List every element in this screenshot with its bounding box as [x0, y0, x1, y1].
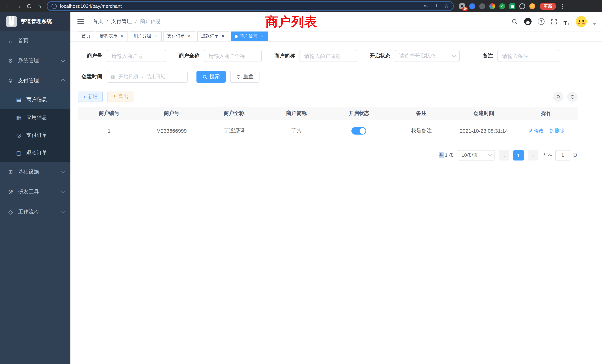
extension-knot-icon[interactable] — [519, 3, 525, 9]
close-icon[interactable]: × — [259, 34, 264, 39]
forward-button[interactable]: → — [13, 1, 24, 11]
extension-colorful-icon[interactable] — [489, 3, 495, 9]
site-info-icon[interactable]: i — [52, 3, 57, 9]
reset-button-label: 重置 — [243, 73, 254, 80]
extension-check-icon[interactable]: ✓ — [499, 3, 505, 9]
sidebar-item-home[interactable]: ⌂ 首页 — [0, 31, 70, 51]
sidebar-item-label: 商户信息 — [26, 96, 70, 103]
main-area: 首页 / 支付管理 / 商户信息 ? TT — [70, 12, 602, 364]
close-icon[interactable]: × — [221, 34, 225, 39]
chevron-down-icon[interactable] — [593, 23, 596, 25]
sidebar-item-label: 支付管理 — [18, 77, 57, 84]
total-count: 共 1 条 — [439, 152, 454, 159]
sidebar-item-payment[interactable]: ¥ 支付管理 — [0, 71, 70, 91]
browser-menu-icon[interactable]: ⋮ — [560, 3, 565, 10]
reload-icon — [26, 3, 32, 9]
user-avatar[interactable] — [576, 16, 587, 27]
question-mark: ? — [538, 18, 545, 25]
close-icon[interactable]: × — [187, 34, 192, 39]
github-icon[interactable] — [524, 17, 532, 26]
help-icon[interactable]: ? — [538, 17, 545, 26]
edit-link[interactable]: 修改 — [528, 127, 544, 134]
cell-short-name: 芋艿 — [265, 120, 328, 142]
date-separator: - — [141, 74, 143, 79]
browser-toolbar: ← → ⌂ i localhost:1024/pay/merchant ☆ 10… — [0, 0, 602, 12]
short-name-input[interactable] — [300, 50, 357, 62]
profile-avatar[interactable] — [529, 3, 535, 9]
status-toggle[interactable] — [352, 127, 366, 134]
update-button[interactable]: 更新 — [540, 2, 556, 10]
delete-link[interactable]: 删除 — [549, 127, 565, 134]
active-dot — [235, 35, 238, 38]
top-navbar: 首页 / 支付管理 / 商户信息 ? TT — [70, 12, 602, 31]
close-icon[interactable]: × — [119, 34, 124, 39]
home-button[interactable]: ⌂ — [34, 1, 44, 11]
page-1-button[interactable]: 1 — [513, 150, 524, 160]
date-range-picker[interactable]: ▦ 开始日期 - 结束日期 — [107, 71, 188, 83]
trash-icon — [549, 128, 553, 133]
cell-remark: 我是备注 — [390, 120, 453, 142]
share-icon[interactable] — [433, 3, 439, 9]
address-bar[interactable]: i localhost:1024/pay/merchant ☆ — [47, 1, 454, 11]
sidebar-item-refund-orders[interactable]: ▢ 退款订单 — [0, 144, 70, 162]
remark-input[interactable] — [497, 50, 559, 62]
back-button[interactable]: ← — [3, 1, 13, 11]
tab-merchant-info[interactable]: 商户信息 × — [231, 31, 268, 41]
extension-blue-icon[interactable] — [469, 3, 475, 9]
bookmark-star-icon[interactable]: ☆ — [444, 3, 449, 9]
prev-page-button[interactable]: ‹ — [499, 150, 509, 160]
page-size-select[interactable]: 10条/页 — [458, 150, 495, 160]
sidebar-item-infrastructure[interactable]: ⊞ 基础设施 — [0, 162, 70, 182]
merchant-no-input[interactable] — [107, 50, 166, 62]
tab-process-form[interactable]: 流程表单 × — [96, 31, 128, 41]
total-prefix: 共 — [439, 152, 443, 158]
tab-user-group[interactable]: 用户分组 × — [130, 31, 162, 41]
status-select[interactable]: 请选择开启状态 — [395, 50, 460, 62]
extension-gray-icon[interactable] — [479, 3, 485, 9]
navbar-actions: ? TT — [512, 16, 596, 27]
dashboard-icon: ⌂ — [7, 38, 14, 44]
end-date-placeholder: 结束日期 — [146, 73, 165, 80]
chevron-up-icon — [61, 78, 65, 82]
sidebar-item-merchant-info[interactable]: ▤ 商户信息 — [0, 91, 70, 109]
target-icon: ◎ — [16, 132, 22, 139]
tab-pay-orders[interactable]: 支付订单 × — [163, 31, 195, 41]
tab-home[interactable]: 首页 — [78, 31, 94, 41]
cell-full-name: 芋道源码 — [203, 120, 265, 142]
font-size-large: T — [563, 20, 567, 26]
add-button[interactable]: + 新增 — [78, 92, 103, 102]
extension-sheets-icon[interactable] — [509, 3, 515, 9]
refresh-table-button[interactable] — [567, 92, 578, 102]
search-button[interactable]: 搜索 — [196, 71, 226, 83]
fullscreen-icon[interactable] — [551, 17, 557, 26]
font-size-icon[interactable]: TT — [563, 17, 569, 26]
col-remark: 备注 — [390, 107, 453, 120]
sidebar-item-workflow[interactable]: ◇ 工作流程 — [0, 202, 70, 222]
export-button[interactable]: 导出 — [107, 92, 133, 102]
reload-button[interactable] — [24, 1, 34, 11]
key-icon[interactable] — [423, 3, 429, 9]
document-icon: ▢ — [16, 150, 22, 156]
sidebar-item-pay-orders[interactable]: ◎ 支付订单 — [0, 126, 70, 144]
close-icon[interactable]: × — [153, 34, 158, 39]
page-content: 商户号 商户全称 商户简称 开启状态 请选择开启状态 — [70, 42, 602, 364]
col-merchant-id: 商户编号 — [78, 107, 140, 120]
reset-button[interactable]: 重置 — [230, 71, 259, 83]
toggle-search-button[interactable] — [553, 92, 563, 102]
app-logo[interactable]: 芋道管理系统 — [0, 12, 70, 31]
add-button-label: 新增 — [88, 93, 97, 100]
sidebar-item-system[interactable]: ⚙ 系统管理 — [0, 51, 70, 71]
search-icon[interactable] — [512, 17, 518, 26]
breadcrumb-item-payment[interactable]: 支付管理 — [111, 18, 132, 25]
breadcrumb-item-home[interactable]: 首页 — [93, 18, 103, 25]
collapse-sidebar-button[interactable] — [75, 16, 87, 27]
extensions-puzzle-icon[interactable]: 10 — [459, 3, 465, 9]
sidebar-item-dev-tools[interactable]: ⚒ 研发工具 — [0, 182, 70, 202]
next-page-button[interactable]: › — [528, 150, 538, 160]
full-name-input[interactable] — [204, 50, 262, 62]
sidebar-item-app-info[interactable]: ▦ 应用信息 — [0, 109, 70, 126]
goto-prefix: 前往 — [543, 152, 553, 159]
tab-refund-orders[interactable]: 退款订单 × — [197, 31, 229, 41]
breadcrumb-separator: / — [135, 19, 137, 24]
goto-page-input[interactable] — [555, 150, 570, 160]
